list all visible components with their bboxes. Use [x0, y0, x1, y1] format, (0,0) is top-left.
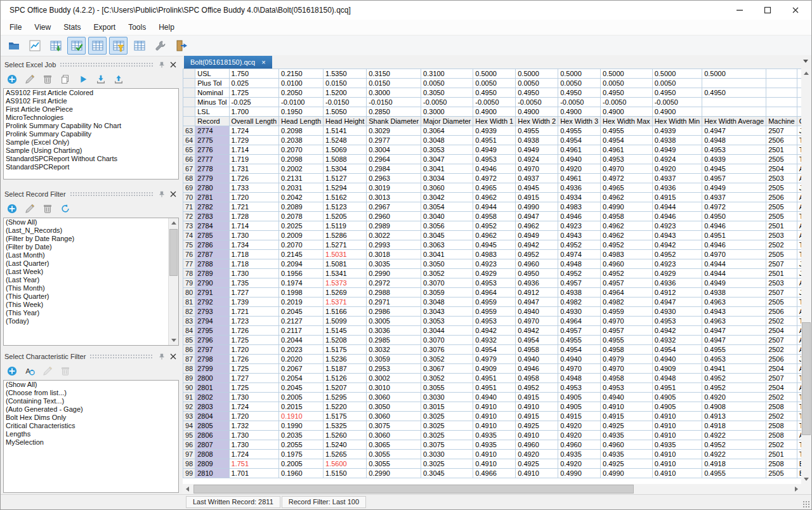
machine-cell[interactable]: 2505	[766, 183, 797, 193]
operator-cell[interactable]: Ted	[797, 393, 801, 402]
grid-cell[interactable]: 0.4958	[601, 374, 653, 383]
grid-cell[interactable]: 0.4924	[652, 155, 702, 164]
grid-cell[interactable]: 0.4982	[558, 298, 601, 307]
import-job-button[interactable]	[95, 73, 107, 86]
row-number-cell[interactable]: 78	[183, 269, 195, 278]
spec-value-cell[interactable]: -0.0050	[652, 98, 702, 107]
grid-cell[interactable]: 1.714	[229, 221, 279, 231]
column-header[interactable]: Hex Width Max	[601, 117, 653, 126]
machine-cell[interactable]: 2504	[766, 326, 797, 336]
grid-cell[interactable]: 1.5600	[324, 459, 367, 469]
grid-cell[interactable]: 0.3075	[367, 421, 421, 431]
menu-item-help[interactable]: Help	[152, 21, 181, 34]
spec-value-cell[interactable]: 1.5050	[324, 107, 367, 117]
machine-cell[interactable]: 2504	[766, 164, 797, 174]
grid-cell[interactable]: 0.4935	[558, 450, 601, 459]
record-cell[interactable]: 2794	[195, 317, 229, 326]
grid-cell[interactable]: 0.4970	[601, 364, 653, 374]
row-number-cell[interactable]: 84	[183, 326, 195, 336]
grid-cell[interactable]: 0.4952	[473, 221, 516, 231]
grid-cell[interactable]: 0.3043	[421, 307, 473, 317]
spec-value-cell[interactable]: 0.2050	[279, 88, 324, 98]
grid-cell[interactable]: 0.4905	[558, 402, 601, 412]
grid-cell[interactable]: 0.4955	[558, 126, 601, 136]
operator-cell[interactable]: Alic	[797, 193, 801, 202]
grid-cell[interactable]: 0.4961	[601, 145, 653, 155]
operator-cell[interactable]: Ted	[797, 155, 801, 164]
spec-value-cell[interactable]	[766, 88, 797, 98]
row-number-cell[interactable]: 97	[183, 450, 195, 459]
grid-cell[interactable]: 0.2094	[279, 259, 324, 269]
record-cell[interactable]: 2786	[195, 240, 229, 250]
grid-cell[interactable]: 0.3030	[421, 393, 473, 402]
grid-cell[interactable]: 0.4949	[516, 231, 558, 240]
operator-cell[interactable]: Alic	[797, 307, 801, 317]
grid-cell[interactable]: 0.4945	[473, 240, 516, 250]
row-number-cell[interactable]: 67	[183, 164, 195, 174]
operator-cell[interactable]: Ted	[797, 402, 801, 412]
list-item[interactable]: (Show All)	[4, 218, 178, 226]
grid-cell[interactable]: 0.4962	[601, 231, 653, 240]
spec-value-cell[interactable]	[766, 79, 797, 88]
grid-cell[interactable]: 0.4952	[702, 374, 766, 383]
grid-cell[interactable]: 0.4910	[652, 469, 702, 478]
row-number-cell[interactable]: 89	[183, 374, 195, 383]
close-button[interactable]	[783, 1, 811, 20]
spec-value-cell[interactable]: 0.4950	[473, 88, 516, 98]
grid-cell[interactable]: 0.3044	[421, 326, 473, 336]
grid-cell[interactable]: 0.4936	[652, 278, 702, 288]
grid-cell[interactable]: 0.4948	[652, 374, 702, 383]
operator-cell[interactable]: Ted	[797, 136, 801, 145]
grid-cell[interactable]: 0.4965	[473, 183, 516, 193]
grid-cell[interactable]: 0.3030	[421, 450, 473, 459]
spec-value-cell[interactable]: -0.0150	[324, 98, 367, 107]
grid-export-button[interactable]	[46, 37, 65, 55]
grid-cell[interactable]: 0.3025	[421, 412, 473, 421]
machine-cell[interactable]: 2506	[766, 355, 797, 364]
grid-cell[interactable]: 0.4942	[516, 240, 558, 250]
grid-cell[interactable]: 0.4957	[601, 278, 653, 288]
row-number-cell[interactable]: 82	[183, 307, 195, 317]
grid-cell[interactable]: 0.4954	[652, 345, 702, 355]
list-item[interactable]: (Last Month)	[4, 251, 178, 259]
record-cell[interactable]: 2799	[195, 364, 229, 374]
column-header[interactable]: Ope	[797, 117, 801, 126]
add-job-button[interactable]	[6, 73, 18, 86]
grid-cell[interactable]: 0.4949	[473, 145, 516, 155]
spec-value-cell[interactable]: -0.0100	[279, 98, 324, 107]
grid-cell[interactable]: 1.5166	[324, 307, 367, 317]
grid-cell[interactable]: 0.4946	[652, 212, 702, 221]
grid-cell[interactable]: 0.4939	[473, 126, 516, 136]
grid-cell[interactable]: 0.3055	[421, 383, 473, 393]
grid-cell[interactable]: 0.3035	[367, 259, 421, 269]
grid-cell[interactable]: 0.4910	[601, 402, 653, 412]
machine-cell[interactable]: 2507	[766, 374, 797, 383]
grid-cell[interactable]: 1.728	[229, 212, 279, 221]
grid-cell[interactable]: 0.3015	[421, 402, 473, 412]
grid-cell[interactable]: 0.4972	[601, 174, 653, 183]
grid-cell[interactable]: 0.2117	[279, 326, 324, 336]
grid-cell[interactable]: 0.4958	[601, 345, 653, 355]
grid-cell[interactable]: 0.4910	[473, 459, 516, 469]
list-item[interactable]: (Show All)	[4, 381, 178, 389]
spec-value-cell[interactable]: 0.2150	[279, 69, 324, 79]
record-cell[interactable]: 2777	[195, 155, 229, 164]
grid-cell[interactable]: 0.4923	[473, 259, 516, 269]
operator-cell[interactable]: Alic	[797, 383, 801, 393]
list-item[interactable]: Lengths	[4, 430, 178, 438]
grid-cell[interactable]: 0.2963	[367, 174, 421, 183]
grid-cell[interactable]: 0.4910	[473, 421, 516, 431]
grid-cell[interactable]: 0.4938	[702, 288, 766, 298]
grid-cell[interactable]: 0.4938	[516, 136, 558, 145]
spec-value-cell[interactable]: 0.4900	[558, 107, 601, 117]
grid-cell[interactable]: 0.4958	[473, 212, 516, 221]
list-item[interactable]: (Last Week)	[4, 268, 178, 276]
grid-cell[interactable]: 0.2067	[279, 364, 324, 374]
maximize-button[interactable]	[756, 1, 783, 20]
grid-cell[interactable]: 1.719	[229, 155, 279, 164]
grid-cell[interactable]: 0.4945	[516, 183, 558, 193]
grid-cell[interactable]: 1.730	[229, 440, 279, 450]
record-cell[interactable]: 2782	[195, 202, 229, 212]
operator-cell[interactable]: Bet	[797, 469, 801, 478]
grid-cell[interactable]: 0.4948	[558, 374, 601, 383]
